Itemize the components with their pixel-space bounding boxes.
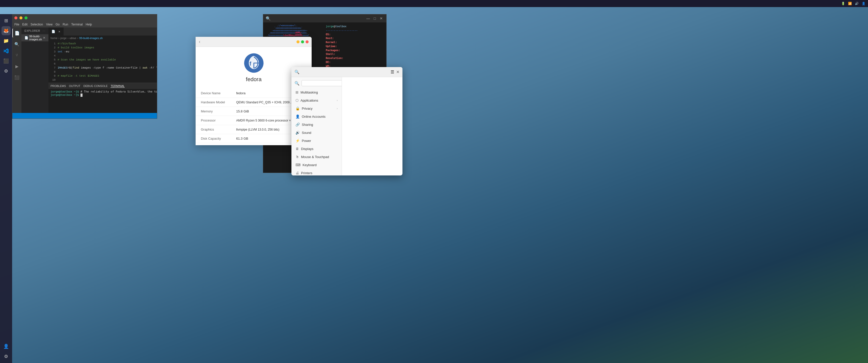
vscode-activity-bar: 📄 🔍 ⑂ ▶ ⬛ — [12, 28, 22, 113]
settings-item-mouse[interactable]: 🖱 Mouse & Touchpad — [291, 153, 342, 161]
topbar-sound-icon: 🔊 — [855, 2, 859, 5]
menu-view[interactable]: View — [46, 23, 53, 26]
file-item-active[interactable]: 📄 99-build-images.sh ✕ — [22, 34, 49, 41]
vscode-menubar: File Edit Selection View Go Run Terminal… — [12, 22, 157, 28]
settings-sidebar: 🔍 ☰ ⊞ Multitasking ⬡ Applications › — [291, 77, 342, 175]
tab-build-images[interactable]: 📄 ✕ — [49, 28, 64, 36]
vscode-code-editor[interactable]: 1#!/bin/bash 2# build toolbox images 3se… — [49, 41, 157, 83]
search-magnifier-icon: 🔍 — [294, 81, 300, 86]
keyboard-label: Keyboard — [303, 163, 317, 167]
explorer-icon[interactable]: 📄 — [12, 29, 22, 38]
topbar-user-icon: 👤 — [862, 2, 866, 5]
applications-arrow-icon: › — [337, 99, 338, 102]
tab-debug[interactable]: DEBUG CONSOLE — [84, 85, 108, 88]
tab-output[interactable]: OUTPUT — [69, 85, 80, 88]
fedora-wordmark: fedora — [246, 76, 261, 83]
menu-run[interactable]: Run — [63, 23, 68, 26]
settings-item-sharing[interactable]: 🔗 Sharing — [291, 121, 342, 129]
term1-search-icon[interactable]: 🔍 — [266, 16, 271, 21]
term1-max-icon[interactable]: □ — [372, 16, 377, 21]
online-accounts-label: Online Accounts — [302, 115, 326, 119]
printers-label: Printers — [301, 171, 312, 175]
about-close-button[interactable] — [306, 40, 309, 43]
settings-search-input[interactable] — [302, 80, 342, 86]
menu-file[interactable]: File — [14, 23, 19, 26]
privacy-label: Privacy — [302, 107, 313, 110]
taskbar-terminal-icon[interactable]: ⬛ — [1, 57, 10, 66]
svg-text:f: f — [249, 61, 251, 67]
privacy-icon: 🔒 — [296, 106, 300, 110]
taskbar-left: ⊞ 🦊 📁 ⬛ ⚙ 👤 ⚙ — [0, 14, 12, 363]
menu-go[interactable]: Go — [56, 23, 60, 26]
sound-label: Sound — [302, 131, 311, 135]
git-icon[interactable]: ⑂ — [12, 51, 22, 60]
settings-item-applications[interactable]: ⬡ Applications › — [291, 96, 342, 104]
vscode-tabs: 📄 ✕ — [49, 28, 157, 36]
terminal-line1: jorge@toolbox ~]$ # The reliability of F… — [51, 90, 157, 93]
settings-search-icon: 🔍 — [294, 70, 300, 74]
settings-item-multitasking[interactable]: ⊞ Multitasking — [291, 88, 342, 96]
term1-close-icon[interactable]: ✕ — [379, 16, 384, 21]
menu-help[interactable]: Help — [86, 23, 92, 26]
settings-item-keyboard[interactable]: ⌨ Keyboard — [291, 161, 342, 169]
vscode-close-button[interactable] — [14, 16, 18, 20]
taskbar-gear-icon[interactable]: ⚙ — [1, 352, 10, 361]
settings-item-displays[interactable]: 🖥 Displays — [291, 145, 342, 153]
settings-item-power[interactable]: ⚡ Power — [291, 137, 342, 145]
power-label: Power — [302, 139, 311, 143]
mouse-label: Mouse & Touchpad — [301, 155, 329, 159]
vscode-min-button[interactable] — [20, 16, 23, 20]
terminal-line2: jorge@toolbox ~]$ — [51, 93, 157, 97]
extensions-icon[interactable]: ⬛ — [12, 73, 22, 82]
vscode-editor: 📄 ✕ home›jorge›ublue›99-build-images.sh … — [49, 28, 157, 113]
vscode-window: File Edit Selection View Go Run Terminal… — [12, 14, 157, 119]
debug-icon[interactable]: ▶ — [12, 62, 22, 71]
multitasking-label: Multitasking — [301, 91, 318, 94]
tab-terminal[interactable]: TERMINAL — [111, 85, 125, 88]
topbar: 🔋 📶 🔊 👤 — [0, 0, 868, 7]
settings-search-container: 🔍 ☰ — [291, 78, 342, 88]
vscode-breadcrumb: home›jorge›ublue›99-build-images.sh — [49, 36, 157, 41]
displays-label: Displays — [301, 147, 313, 151]
menu-terminal[interactable]: Terminal — [71, 23, 83, 26]
vscode-titlebar — [12, 14, 157, 22]
desktop: ⊞ 🦊 📁 ⬛ ⚙ 👤 ⚙ File Edit Selection View G… — [0, 7, 868, 363]
settings-menu-icon[interactable]: ☰ — [391, 70, 394, 74]
keyboard-icon: ⌨ — [296, 163, 301, 167]
settings-item-privacy[interactable]: 🔒 Privacy › — [291, 104, 342, 112]
taskbar-settings-icon[interactable]: ⚙ — [1, 67, 10, 76]
term1-min-icon[interactable]: — — [366, 16, 371, 21]
about-max-button[interactable] — [301, 40, 304, 43]
topbar-power-icon: 🔋 — [841, 2, 845, 5]
settings-close-icon[interactable]: ✕ — [396, 70, 399, 74]
sharing-label: Sharing — [302, 123, 313, 127]
menu-edit[interactable]: Edit — [22, 23, 28, 26]
fedora-logo: f — [244, 53, 264, 74]
taskbar-user-icon[interactable]: 👤 — [1, 342, 10, 351]
vscode-sidebar: EXPLORER ··· 📄 99-build-images.sh ✕ — [22, 28, 49, 113]
taskbar-apps-icon[interactable]: ⊞ — [1, 16, 10, 25]
settings-item-online-accounts[interactable]: 👤 Online Accounts — [291, 112, 342, 121]
settings-window: 🔍 ☰ ✕ 🔍 ☰ ⊞ Multitasking — [291, 67, 402, 175]
terminal-titlebar-ubuntu: 🔍 — □ ✕ — [263, 14, 386, 23]
sharing-icon: 🔗 — [296, 123, 300, 127]
taskbar-vscode-icon[interactable] — [1, 46, 10, 56]
about-min-button[interactable] — [297, 40, 300, 43]
settings-item-printers[interactable]: 🖨 Printers — [291, 169, 342, 175]
about-back-icon[interactable]: ‹ — [199, 39, 200, 44]
vscode-max-button[interactable] — [25, 16, 28, 20]
applications-label: Applications — [301, 99, 318, 102]
settings-titlebar: 🔍 ☰ ✕ — [291, 67, 402, 77]
sound-icon: 🔊 — [296, 131, 300, 135]
settings-item-sound[interactable]: 🔊 Sound — [291, 129, 342, 137]
online-accounts-icon: 👤 — [296, 114, 300, 119]
vscode-statusbar — [12, 113, 157, 119]
search-icon[interactable]: 🔍 — [12, 40, 22, 48]
taskbar-files-icon[interactable]: 📁 — [1, 36, 10, 45]
tab-problems[interactable]: PROBLEMS — [51, 85, 66, 88]
menu-selection[interactable]: Selection — [31, 23, 43, 26]
terminal-ubuntu-controls: 🔍 — [266, 16, 271, 21]
terminal-content[interactable]: jorge@toolbox ~]$ # The reliability of F… — [49, 89, 157, 98]
applications-icon: ⬡ — [296, 98, 299, 102]
taskbar-firefox-icon[interactable]: 🦊 — [1, 26, 10, 35]
